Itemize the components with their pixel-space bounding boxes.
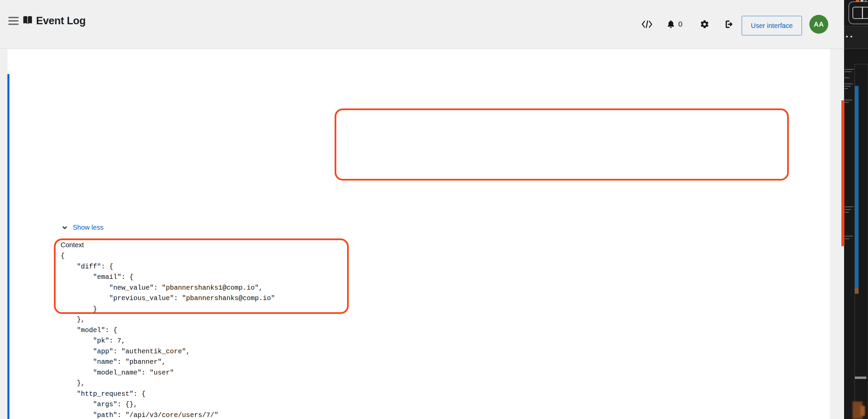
app-header: Event Log 0 User interface <box>0 0 844 49</box>
minimap-text-artifact <box>845 102 849 103</box>
minimap-text-artifact <box>845 212 849 213</box>
notification-count: 0 <box>678 20 682 29</box>
minimap-frame <box>855 64 868 64</box>
dot-icon <box>846 36 848 37</box>
minimap-orange-bar <box>841 100 844 246</box>
api-code-icon[interactable] <box>641 20 653 29</box>
columns-layout-icon <box>852 7 868 19</box>
minimap-text-artifact <box>845 100 852 100</box>
page-title: Event Log <box>36 15 86 27</box>
settings-gear-icon[interactable] <box>700 20 709 29</box>
minimap-text-artifact <box>845 236 853 236</box>
expanded-row-indicator <box>7 74 9 419</box>
minimap-bottom-blob <box>860 406 865 416</box>
minimap-text-artifact <box>845 86 851 87</box>
minimap-text-artifact <box>845 69 854 70</box>
dot-icon <box>850 36 852 37</box>
minimap-text-artifact <box>845 77 849 78</box>
user-interface-button[interactable]: User interface <box>742 16 802 35</box>
panel-dotted-band <box>844 26 868 49</box>
show-less-link[interactable]: Show less <box>73 224 103 231</box>
minimap-text-artifact <box>845 88 848 89</box>
notifications-bell-icon[interactable] <box>666 20 676 29</box>
minimap-text-artifact <box>845 84 853 84</box>
context-label: Context <box>61 241 84 249</box>
minimap-text-artifact <box>845 71 851 72</box>
minimap-text-artifact <box>845 209 851 210</box>
nav-toggle-hamburger-icon[interactable] <box>8 15 20 26</box>
event-log-page: Event Log 0 User interface <box>0 0 868 419</box>
sign-out-icon[interactable] <box>724 20 734 29</box>
minimap-text-artifact <box>845 206 854 207</box>
capture-tool-panel <box>844 0 868 419</box>
book-logo-icon <box>22 14 34 28</box>
minimap-scroll-mark <box>855 377 866 379</box>
context-json: { "diff": { "email": { "new_value": "pba… <box>61 251 275 419</box>
avatar[interactable]: AA <box>809 15 828 34</box>
minimap-text-artifact <box>845 238 849 239</box>
minimap-blue-bar <box>855 86 859 288</box>
show-less-chevron-down-icon[interactable] <box>61 224 68 231</box>
minimap-brown-tip <box>855 288 859 294</box>
